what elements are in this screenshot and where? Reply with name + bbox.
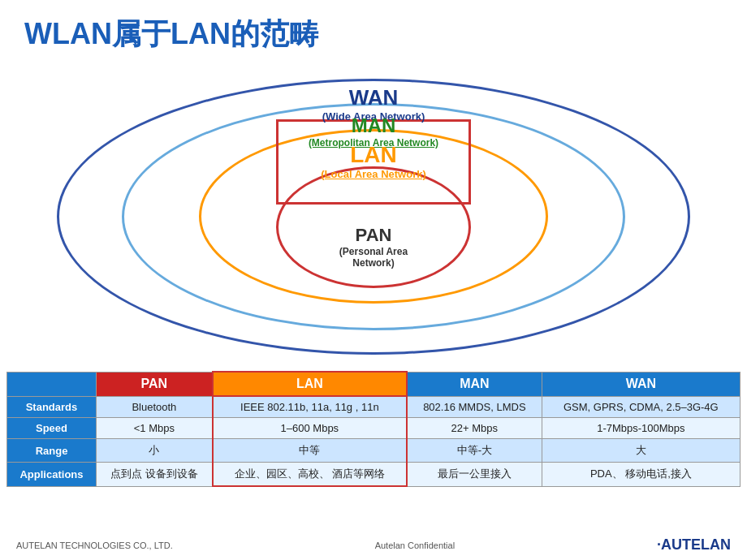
- th-man: MAN: [407, 372, 542, 396]
- cell-man: 中等-大: [407, 439, 542, 463]
- cell-lan: 企业、园区、高校、 酒店等网络: [213, 463, 407, 487]
- pan-label: PAN (Personal Area Network): [339, 225, 408, 269]
- cell-lan: 1–600 Mbps: [213, 418, 407, 439]
- page-title: WLAN属于LAN的范畴: [0, 0, 747, 62]
- th-pan: PAN: [97, 372, 213, 396]
- confidential-label: Autelan Confidential: [375, 541, 455, 550]
- company-name: AUTELAN TECHNOLOGIES CO., LTD.: [16, 541, 173, 550]
- table-header-row: PAN LAN MAN WAN: [7, 372, 741, 396]
- comparison-table: PAN LAN MAN WAN Standards Bluetooth IEEE…: [6, 371, 741, 487]
- cell-wan: PDA、 移动电话,接入: [542, 463, 740, 487]
- cell-wan: 1-7Mbps-100Mbps: [542, 418, 740, 439]
- cell-lan: 中等: [213, 439, 407, 463]
- th-wan: WAN: [542, 372, 740, 396]
- row-label: Standards: [7, 396, 97, 418]
- cell-wan: GSM, GPRS, CDMA, 2.5–3G-4G: [542, 396, 740, 418]
- table-row: Applications 点到点 设备到设备 企业、园区、高校、 酒店等网络 最…: [7, 463, 741, 487]
- cell-man: 802.16 MMDS, LMDS: [407, 396, 542, 418]
- table-row: Speed <1 Mbps 1–600 Mbps 22+ Mbps 1-7Mbp…: [7, 418, 741, 439]
- cell-pan: Bluetooth: [97, 396, 213, 418]
- th-lan: LAN: [213, 372, 407, 396]
- table-row: Range 小 中等 中等-大 大: [7, 439, 741, 463]
- cell-man: 最后一公里接入: [407, 463, 542, 487]
- autelan-logo: ·AUTELAN: [657, 536, 731, 554]
- cell-pan: <1 Mbps: [97, 418, 213, 439]
- lan-label: LAN (Local Area Network): [321, 142, 426, 180]
- row-label: Applications: [7, 463, 97, 487]
- table-row: Standards Bluetooth IEEE 802.11b, 11a, 1…: [7, 396, 741, 418]
- cell-wan: 大: [542, 439, 740, 463]
- footer: AUTELAN TECHNOLOGIES CO., LTD. Autelan C…: [0, 536, 747, 554]
- cell-lan: IEEE 802.11b, 11a, 11g , 11n: [213, 396, 407, 418]
- cell-man: 22+ Mbps: [407, 418, 542, 439]
- th-empty: [7, 372, 97, 396]
- network-diagram: WAN (Wide Area Network) MAN (Metropolita…: [0, 62, 747, 371]
- cell-pan: 小: [97, 439, 213, 463]
- cell-pan: 点到点 设备到设备: [97, 463, 213, 487]
- row-label: Speed: [7, 418, 97, 439]
- row-label: Range: [7, 439, 97, 463]
